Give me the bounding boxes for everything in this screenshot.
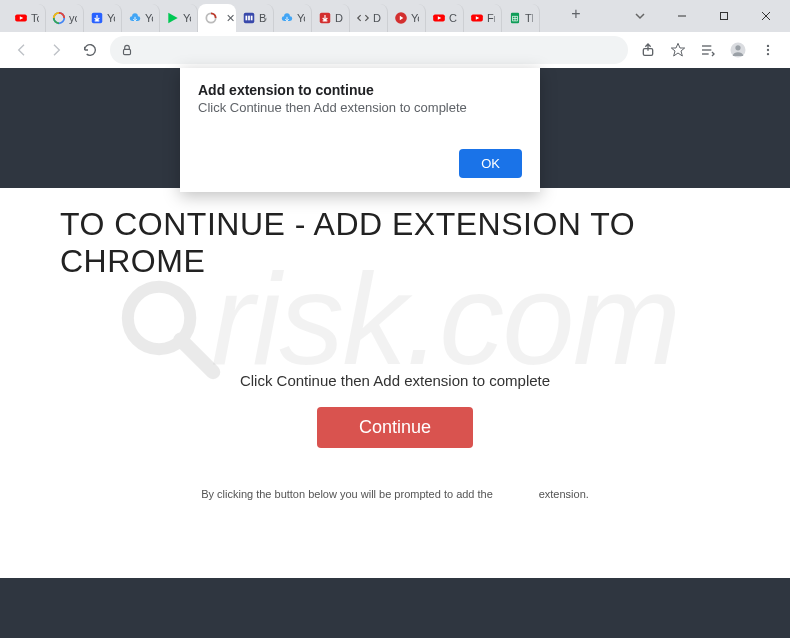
dialog-title: Add extension to continue (198, 82, 522, 98)
tab-title: Co (449, 12, 457, 24)
tab-title: Yo (107, 12, 115, 24)
toolbar (0, 32, 790, 68)
svg-rect-8 (248, 16, 250, 21)
lock-icon (120, 43, 134, 57)
tab-title: Th (525, 12, 533, 24)
share-button[interactable] (634, 36, 662, 64)
close-icon[interactable]: ✕ (226, 12, 235, 25)
tab-title: Do (335, 12, 343, 24)
continue-button[interactable]: Continue (317, 407, 473, 448)
tab-search-button[interactable] (620, 1, 660, 31)
tab-1[interactable]: yo (46, 4, 84, 32)
tab-9[interactable]: Do (350, 4, 388, 32)
tab-title: yo (69, 12, 77, 24)
tab-3[interactable]: Yo (122, 4, 160, 32)
tab-12[interactable]: Fr (464, 4, 502, 32)
tab-11[interactable]: Co (426, 4, 464, 32)
back-button[interactable] (8, 36, 36, 64)
tab-title: Fr (487, 12, 495, 24)
page-heading: TO CONTINUE - ADD EXTENSION TO CHROME (0, 188, 790, 302)
address-bar[interactable] (110, 36, 628, 64)
tab-title: To (31, 12, 39, 24)
dark-banner-bottom (0, 578, 790, 638)
tabs-strip: ToyoYoYoYo✕BeYoDoDoYoCoFrTh (8, 0, 558, 32)
tab-0[interactable]: To (8, 4, 46, 32)
page-body: TO CONTINUE - ADD EXTENSION TO CHROME Cl… (0, 188, 790, 578)
reading-list-button[interactable] (694, 36, 722, 64)
minimize-button[interactable] (662, 1, 702, 31)
tab-title: Do (373, 12, 381, 24)
tab-8[interactable]: Do (312, 4, 350, 32)
reload-button[interactable] (76, 36, 104, 64)
svg-point-31 (767, 53, 769, 55)
maximize-button[interactable] (704, 1, 744, 31)
dialog-ok-button[interactable]: OK (459, 149, 522, 178)
tab-13[interactable]: Th (502, 4, 540, 32)
svg-rect-22 (124, 49, 131, 54)
alert-dialog: Add extension to continue Click Continue… (180, 68, 540, 192)
menu-button[interactable] (754, 36, 782, 64)
tab-title: Yo (145, 12, 153, 24)
tab-2[interactable]: Yo (84, 4, 122, 32)
browser-chrome: ToyoYoYoYo✕BeYoDoDoYoCoFrTh + (0, 0, 790, 68)
forward-button[interactable] (42, 36, 70, 64)
titlebar: ToyoYoYoYo✕BeYoDoDoYoCoFrTh + (0, 0, 790, 32)
svg-rect-9 (251, 16, 253, 21)
page-disclaimer: By clicking the button below you will be… (0, 488, 790, 500)
svg-rect-19 (721, 13, 728, 20)
tab-6[interactable]: Be (236, 4, 274, 32)
tab-10[interactable]: Yo (388, 4, 426, 32)
tab-4[interactable]: Yo (160, 4, 198, 32)
bookmark-button[interactable] (664, 36, 692, 64)
svg-point-28 (735, 45, 740, 50)
tab-title: Yo (297, 12, 305, 24)
tab-title: Be (259, 12, 267, 24)
profile-button[interactable] (724, 36, 752, 64)
page-instruction: Click Continue then Add extension to com… (0, 372, 790, 389)
close-window-button[interactable] (746, 1, 786, 31)
svg-point-30 (767, 49, 769, 51)
tab-title: Yo (183, 12, 191, 24)
window-controls (620, 0, 790, 32)
tab-5[interactable]: ✕ (198, 4, 236, 32)
tab-7[interactable]: Yo (274, 4, 312, 32)
tab-title: Yo (411, 12, 419, 24)
svg-point-29 (767, 45, 769, 47)
new-tab-button[interactable]: + (562, 0, 590, 28)
svg-rect-7 (246, 16, 248, 21)
dialog-body: Click Continue then Add extension to com… (198, 100, 522, 115)
